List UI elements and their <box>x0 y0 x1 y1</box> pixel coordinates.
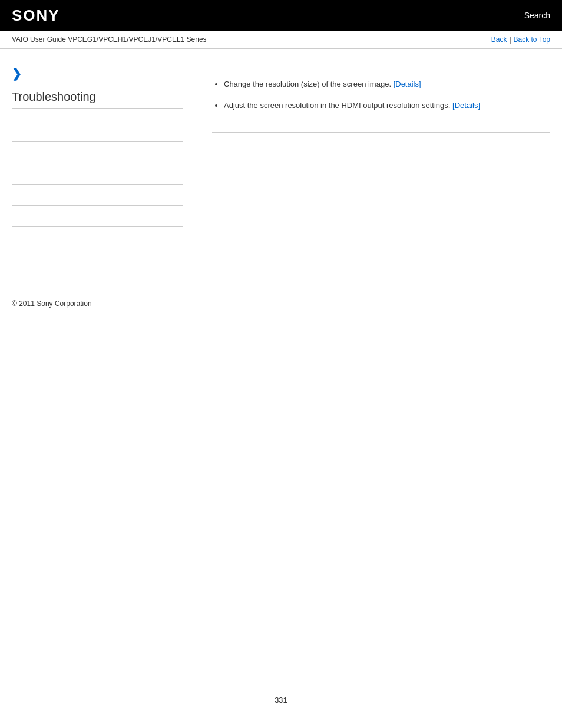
list-item-2: Adjust the screen resolution in the HDMI… <box>224 100 550 111</box>
list-item-1: Change the resolution (size) of the scre… <box>224 78 550 90</box>
footer: © 2011 Sony Corporation <box>0 287 562 319</box>
content-section: Change the resolution (size) of the scre… <box>212 78 550 133</box>
back-to-top-link[interactable]: Back to Top <box>514 35 550 44</box>
content-list: Change the resolution (size) of the scre… <box>212 78 550 111</box>
sidebar-nav-item-1[interactable] <box>12 121 183 142</box>
sidebar-nav-item-4[interactable] <box>12 185 183 206</box>
sidebar-title: Troubleshooting <box>12 90 183 109</box>
right-content: Change the resolution (size) of the scre… <box>194 61 550 269</box>
copyright-text: © 2011 Sony Corporation <box>12 299 92 308</box>
back-link[interactable]: Back <box>491 35 507 44</box>
breadcrumb-bar: VAIO User Guide VPCEG1/VPCEH1/VPCEJ1/VPC… <box>0 31 562 49</box>
breadcrumb-text: VAIO User Guide VPCEG1/VPCEH1/VPCEJ1/VPC… <box>12 35 207 44</box>
nav-links: Back | Back to Top <box>491 35 550 44</box>
sidebar-nav-item-2[interactable] <box>12 142 183 163</box>
main-content: ❯ Troubleshooting Change the resolution … <box>0 49 562 281</box>
sidebar-nav-item-7[interactable] <box>12 248 183 269</box>
item-2-details-link[interactable]: [Details] <box>452 101 480 110</box>
sidebar-nav-item-5[interactable] <box>12 206 183 227</box>
sidebar-arrow-icon: ❯ <box>12 67 183 81</box>
item-2-text: Adjust the screen resolution in the HDMI… <box>224 101 450 110</box>
item-1-details-link[interactable]: [Details] <box>394 80 421 88</box>
header: SONY Search <box>0 0 562 31</box>
nav-separator: | <box>509 35 511 44</box>
sidebar-nav-item-6[interactable] <box>12 227 183 248</box>
page-number: 331 <box>0 684 562 716</box>
sidebar: ❯ Troubleshooting <box>12 61 194 269</box>
sidebar-nav-item-3[interactable] <box>12 163 183 185</box>
sony-logo: SONY <box>12 6 60 25</box>
search-button[interactable]: Search <box>524 11 550 20</box>
item-1-text: Change the resolution (size) of the scre… <box>224 80 391 88</box>
